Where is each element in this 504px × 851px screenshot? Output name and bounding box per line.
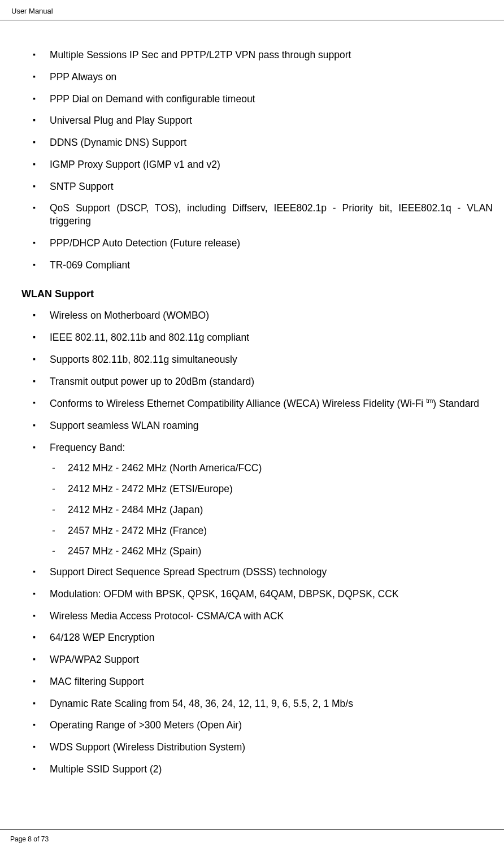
list-item: Universal Plug and Play Support xyxy=(33,114,493,127)
weca-pre: Conforms to Wireless Ethernet Compatibil… xyxy=(50,398,426,409)
list-item: PPP Always on xyxy=(33,71,493,84)
wlan-list-a: Wireless on Motherboard (WOMBO) IEEE 802… xyxy=(11,309,493,454)
list-item: Multiple SSID Support (2) xyxy=(33,763,493,776)
list-item: SNTP Support xyxy=(33,180,493,193)
page-content: Multiple Sessions IP Sec and PPTP/L2TP V… xyxy=(0,20,504,776)
wlan-heading: WLAN Support xyxy=(11,288,493,300)
list-item: Operating Range of >300 Meters (Open Air… xyxy=(33,719,493,732)
list-item: Wireless on Motherboard (WOMBO) xyxy=(33,309,493,322)
page-footer: Page 8 of 73 xyxy=(0,829,504,851)
list-item: 2457 MHz - 2462 MHz (Spain) xyxy=(52,545,493,558)
list-item: WDS Support (Wireless Distribution Syste… xyxy=(33,741,493,754)
list-item: Transmit output power up to 20dBm (stand… xyxy=(33,375,493,388)
list-item-weca: Conforms to Wireless Ethernet Compatibil… xyxy=(33,397,493,410)
list-item: MAC filtering Support xyxy=(33,675,493,688)
list-item: IEEE 802.11, 802.11b and 802.11g complia… xyxy=(33,331,493,344)
list-item: Multiple Sessions IP Sec and PPTP/L2TP V… xyxy=(33,49,493,62)
list-item: 2412 MHz - 2462 MHz (North America/FCC) xyxy=(52,462,493,475)
header-title: User Manual xyxy=(11,7,53,15)
list-item: PPP/DHCP Auto Detection (Future release) xyxy=(33,237,493,250)
list-item: PPP Dial on Demand with configurable tim… xyxy=(33,93,493,106)
list-item: Support seamless WLAN roaming xyxy=(33,419,493,432)
feature-list-1: Multiple Sessions IP Sec and PPTP/L2TP V… xyxy=(11,49,493,271)
list-item: IGMP Proxy Support (IGMP v1 and v2) xyxy=(33,158,493,171)
list-item: DDNS (Dynamic DNS) Support xyxy=(33,136,493,149)
list-item: 64/128 WEP Encryption xyxy=(33,631,493,644)
list-item: Support Direct Sequence Spread Spectrum … xyxy=(33,566,493,579)
page-header: User Manual xyxy=(0,0,504,20)
list-item: 2457 MHz - 2472 MHz (France) xyxy=(52,524,493,537)
list-item: QoS Support (DSCP, TOS), including Diffs… xyxy=(33,202,493,228)
list-item: Wireless Media Access Protocol- CSMA/CA … xyxy=(33,610,493,623)
list-item: Dynamic Rate Scaling from 54, 48, 36, 24… xyxy=(33,697,493,710)
list-item: TR-069 Compliant xyxy=(33,259,493,272)
page-number: Page 8 of 73 xyxy=(10,835,49,843)
frequency-list: 2412 MHz - 2462 MHz (North America/FCC) … xyxy=(11,462,493,558)
list-item: 2412 MHz - 2472 MHz (ETSI/Europe) xyxy=(52,483,493,496)
list-item: 2412 MHz - 2484 MHz (Japan) xyxy=(52,503,493,516)
list-item: Supports 802.11b, 802.11g simultaneously xyxy=(33,353,493,366)
list-item: Modulation: OFDM with BPSK, QPSK, 16QAM,… xyxy=(33,588,493,601)
list-item: Frequency Band: xyxy=(33,441,493,454)
list-item: WPA/WPA2 Support xyxy=(33,653,493,666)
weca-post: ) Standard xyxy=(433,398,479,409)
wlan-list-c: Support Direct Sequence Spread Spectrum … xyxy=(11,566,493,776)
tm-superscript: tm xyxy=(426,397,433,404)
